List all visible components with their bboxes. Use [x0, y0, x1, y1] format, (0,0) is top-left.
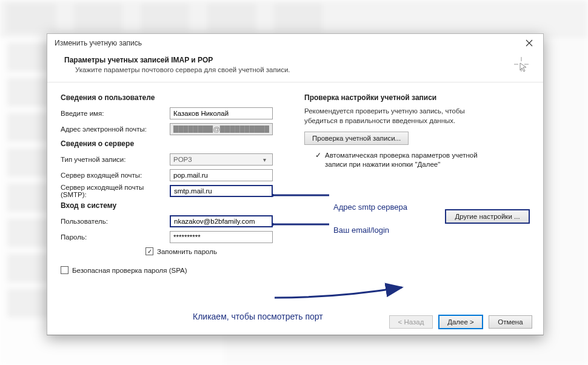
dialog-footer: < Назад Далее > Отмена — [389, 315, 532, 329]
section-login-info: Вход в систему — [61, 201, 286, 210]
label-email: Адрес электронной почты: — [61, 126, 170, 133]
dialog-titlebar: Изменить учетную запись — [47, 34, 543, 52]
annotation-click: Кликаем, чтобы посмотреть порт — [193, 312, 323, 321]
email-field — [170, 123, 273, 135]
name-field[interactable] — [170, 107, 273, 119]
label-account-type: Тип учетной записи: — [61, 156, 170, 163]
label-outgoing: Сервер исходящей почты (SMTP): — [61, 184, 170, 198]
chevron-down-icon: ▾ — [259, 156, 269, 163]
spa-checkbox[interactable] — [61, 266, 68, 274]
other-settings-button[interactable]: Другие настройки ... — [445, 209, 530, 224]
label-name: Введите имя: — [61, 110, 170, 117]
auto-test-checkbox[interactable]: ✓ — [315, 151, 321, 159]
label-password: Пароль: — [61, 233, 170, 241]
close-icon[interactable] — [515, 34, 543, 52]
back-button: < Назад — [389, 315, 433, 329]
dialog-title: Изменить учетную запись — [55, 39, 142, 47]
remember-password-checkbox[interactable]: ✓ — [145, 247, 153, 255]
test-account-button[interactable]: Проверка учетной записи... — [304, 132, 409, 145]
label-user: Пользователь: — [61, 218, 170, 225]
arrow-icon — [272, 283, 405, 301]
cancel-button[interactable]: Отмена — [489, 315, 532, 329]
wizard-cursor-icon — [513, 56, 530, 73]
remember-password-label: Запомнить пароль — [157, 248, 217, 255]
outgoing-server-field[interactable] — [170, 185, 273, 197]
account-type-select: POP3 ▾ — [170, 153, 273, 166]
section-server-info: Сведения о сервере — [61, 139, 286, 148]
auto-test-label: Автоматическая проверка параметров учетн… — [325, 151, 479, 169]
annotation-smtp: Адрес smtp сервера — [333, 203, 407, 212]
account-settings-dialog: Изменить учетную запись Параметры учетны… — [47, 33, 544, 335]
username-field[interactable] — [170, 215, 273, 227]
dialog-header: Параметры учетных записей IMAP и POP Ука… — [47, 52, 543, 82]
password-field[interactable] — [170, 231, 273, 243]
section-test-info: Проверка настройки учетной записи — [304, 93, 530, 102]
next-button[interactable]: Далее > — [439, 315, 483, 329]
incoming-server-field[interactable] — [170, 169, 273, 181]
section-user-info: Сведения о пользователе — [61, 93, 286, 102]
label-incoming: Сервер входящей почты: — [61, 172, 170, 179]
test-description: Рекомендуется проверить учетную запись, … — [304, 107, 474, 126]
account-type-value: POP3 — [173, 156, 192, 163]
header-subtitle: Укажите параметры почтового сервера для … — [64, 66, 290, 73]
spa-label: Безопасная проверка пароля (SPA) — [72, 267, 187, 274]
header-title: Параметры учетных записей IMAP и POP — [64, 56, 290, 64]
annotation-email: Ваш email/login — [333, 226, 389, 235]
